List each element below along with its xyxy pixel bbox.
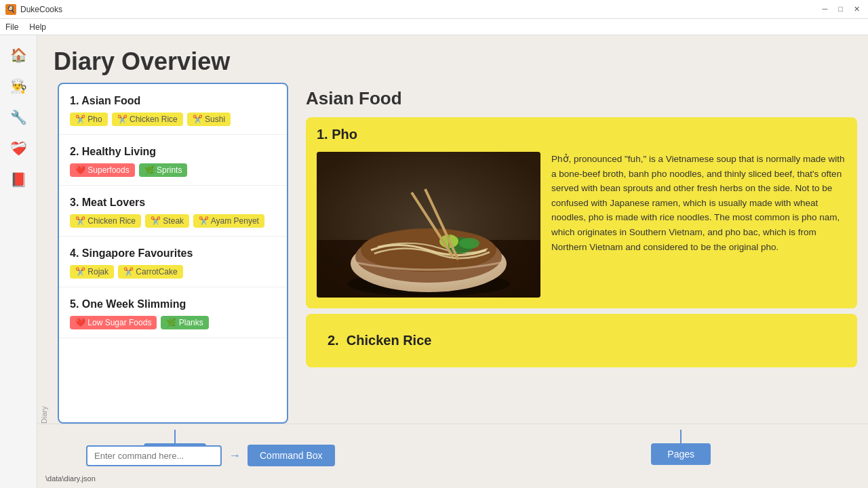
diaries-arrow-line bbox=[174, 430, 176, 443]
bottom-bar: Diaries → Command Box Pages \data\diary.… bbox=[37, 424, 868, 488]
diary-item-title: 5. One Week Slimming bbox=[70, 298, 276, 310]
tag: ❤️ Superfoods bbox=[70, 163, 135, 177]
pho-image bbox=[317, 152, 540, 298]
tag: ✂️ Chicken Rice bbox=[112, 113, 183, 126]
food-card-chicken-rice-header: 2. Chicken Rice bbox=[317, 323, 846, 358]
diary-item-4[interactable]: 4. Singapore Favourites✂️ Rojak✂️ Carrot… bbox=[59, 237, 287, 287]
menu-help[interactable]: Help bbox=[29, 22, 46, 32]
tag: ✂️ Ayam Penyet bbox=[193, 214, 264, 228]
nav-health[interactable]: ❤️‍🩹 bbox=[5, 136, 31, 161]
diary-item-1[interactable]: 1. Asian Food✂️ Pho✂️ Chicken Rice✂️ Sus… bbox=[59, 84, 287, 135]
status-bar: \data\diary.json bbox=[45, 473, 860, 483]
diary-item-title: 4. Singapore Favourites bbox=[70, 247, 276, 260]
svg-point-7 bbox=[459, 238, 479, 249]
diary-item-5[interactable]: 5. One Week Slimming❤️ Low Sugar Foods🌿 … bbox=[59, 287, 287, 338]
page-title: Diary Overview bbox=[37, 35, 868, 83]
nav-tools[interactable]: 🔧 bbox=[5, 104, 31, 130]
menu-bar: File Help bbox=[0, 19, 868, 35]
tag: ✂️ Pho bbox=[70, 113, 108, 126]
pho-description: Phở, pronounced "fuh," is a Vietnamese s… bbox=[551, 152, 846, 298]
food-card-pho: 1. Pho bbox=[306, 117, 857, 308]
minimize-button[interactable]: ─ bbox=[820, 5, 831, 14]
tag: ✂️ CarrotCake bbox=[118, 265, 183, 279]
menu-file[interactable]: File bbox=[5, 22, 18, 32]
tag: ✂️ Steak bbox=[145, 214, 189, 228]
nav-home[interactable]: 🏠 bbox=[5, 42, 31, 68]
command-box-label: Command Box bbox=[248, 445, 335, 466]
close-button[interactable]: ✕ bbox=[851, 5, 863, 14]
tag: ✂️ Chicken Rice bbox=[70, 214, 141, 228]
diary-item-3[interactable]: 3. Meat Lovers✂️ Chicken Rice✂️ Steak✂️ … bbox=[59, 186, 287, 237]
maximize-button[interactable]: □ bbox=[835, 5, 846, 14]
command-input[interactable] bbox=[86, 445, 222, 466]
pages-arrow-line bbox=[680, 430, 682, 443]
diary-item-title: 2. Healthy Living bbox=[70, 146, 276, 158]
diary-item-title: 1. Asian Food bbox=[70, 95, 276, 107]
nav-book[interactable]: 📕 bbox=[5, 167, 31, 192]
food-card-chicken-rice: 2. Chicken Rice bbox=[306, 314, 857, 367]
nav-chef[interactable]: 👨‍🍳 bbox=[5, 73, 31, 99]
pages-button[interactable]: Pages bbox=[651, 443, 711, 465]
icon-sidebar: 🏠 👨‍🍳 🔧 ❤️‍🩹 📕 bbox=[0, 35, 37, 488]
diary-item-2[interactable]: 2. Healthy Living❤️ Superfoods🌿 Sprints bbox=[59, 135, 287, 186]
diary-panel[interactable]: 1. Asian Food✂️ Pho✂️ Chicken Rice✂️ Sus… bbox=[58, 83, 288, 424]
app-icon: 🍳 bbox=[5, 4, 16, 15]
detail-panel[interactable]: Asian Food 1. Pho bbox=[295, 83, 868, 424]
tag: 🌿 Planks bbox=[161, 316, 208, 329]
food-card-pho-header: 1. Pho bbox=[306, 117, 857, 152]
title-bar: 🍳 DukeCooks ─ □ ✕ bbox=[0, 0, 868, 19]
section-title: Asian Food bbox=[306, 83, 857, 117]
tag: 🌿 Sprints bbox=[139, 163, 188, 177]
app-title: DukeCooks bbox=[20, 5, 62, 14]
tag: ✂️ Sushi bbox=[187, 113, 231, 126]
tag: ✂️ Rojak bbox=[70, 265, 114, 279]
tag: ❤️ Low Sugar Foods bbox=[70, 316, 157, 329]
diary-item-title: 3. Meat Lovers bbox=[70, 197, 276, 209]
diary-sidebar-label: Diary bbox=[37, 83, 51, 424]
